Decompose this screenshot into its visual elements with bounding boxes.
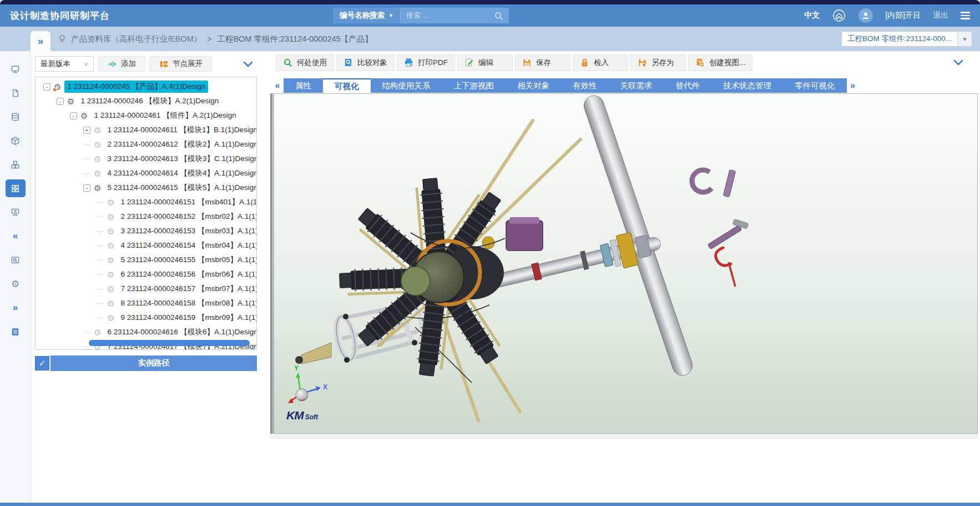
- toolbar-button-check-in[interactable]: 检入: [573, 54, 628, 71]
- tree-connector: [97, 274, 104, 275]
- sidebar-item-monitor[interactable]: [6, 60, 26, 78]
- tabs-scroll-right[interactable]: »: [847, 78, 859, 93]
- panel-expand-toggle[interactable]: »: [31, 31, 50, 51]
- tree-expander-minus-icon[interactable]: -: [43, 83, 50, 91]
- add-node-icon: [108, 59, 117, 69]
- tab-上下游视图[interactable]: 上下游视图: [442, 78, 506, 93]
- doc-list-icon: [11, 327, 20, 337]
- tree-row[interactable]: -⚙5 231124-000024615 【模块5】A.1(1)Design: [36, 181, 256, 195]
- tree-row[interactable]: ⚙2 231124-000024612 【模块2】A.1(1)Design: [36, 137, 256, 152]
- package-icon: [11, 136, 20, 146]
- 3d-viewport[interactable]: Y X KMSoft: [270, 93, 978, 434]
- toolbar-button-label: 编辑: [478, 58, 493, 68]
- sidebar-item-cube[interactable]: [6, 156, 26, 173]
- tab-替代件[interactable]: 替代件: [664, 78, 712, 93]
- version-select[interactable]: 最新版本 ∨: [35, 56, 94, 72]
- toolbar-button-compare[interactable]: 比较对象: [336, 54, 395, 71]
- breadcrumb-bar: » 产品资料库（高科电子行业/EBOM） > 工程BOM 零组件:231124-…: [0, 27, 980, 51]
- menu-icon[interactable]: [961, 12, 970, 19]
- document-icon: [11, 88, 20, 98]
- print-pdf-icon: [404, 58, 413, 67]
- main-content: 何处使用比较对象打印PDF编辑保存检入另存为创建视图... « 属性可视化结构使…: [261, 51, 980, 503]
- location-pin-icon: [58, 34, 67, 44]
- toolbar-more-chevron-icon[interactable]: [953, 59, 963, 66]
- search-category-label: 编号名称搜索: [340, 11, 385, 21]
- tree-connector: [83, 173, 90, 174]
- breadcrumb-root[interactable]: 产品资料库（高科电子行业/EBOM）: [71, 34, 201, 44]
- window-search-icon: [11, 255, 20, 265]
- save-as-icon: [638, 58, 647, 67]
- tree-row[interactable]: ⚙2 231124-0000246152 【msbr02】A.1(1)Desig…: [36, 209, 256, 224]
- sidebar-item-database[interactable]: [6, 108, 26, 126]
- tab-相关对象[interactable]: 相关对象: [506, 78, 561, 93]
- tree-row[interactable]: ⚙6 231124-0000246156 【msbr06】A.1(1)Desig…: [36, 267, 256, 282]
- tree-node-label: 1 231124-000024611 【模块1】B.1(1)Design: [104, 124, 257, 136]
- toolbar-button-create-view[interactable]: 创建视图...: [688, 54, 752, 71]
- tree-row[interactable]: ⚙8 231124-0000246158 【msbr08】A.1(1)Desig…: [36, 296, 256, 310]
- sidebar-item-module[interactable]: [6, 179, 26, 197]
- tree-horizontal-scrollbar[interactable]: [89, 340, 250, 346]
- top-bar: 设计制造协同研制平台 编号名称搜索 ▼ 搜索 ... 中文: [0, 4, 980, 27]
- tabs-scroll-left[interactable]: «: [271, 78, 284, 93]
- tree-node-label: 4 231124-0000246154 【msbr04】A.1(1)Design: [118, 239, 257, 252]
- search-input[interactable]: 搜索 ...: [400, 8, 509, 23]
- instance-path-button[interactable]: 实例路径: [50, 355, 257, 371]
- current-user[interactable]: [内部]开目: [885, 11, 921, 21]
- sidebar-item-presentation[interactable]: [6, 203, 26, 221]
- user-avatar[interactable]: [858, 8, 873, 23]
- tree-row[interactable]: ⚙6 231124-000024616 【模块6】A.1(1)Design: [36, 325, 256, 339]
- sidebar-item-expand[interactable]: »: [6, 299, 26, 317]
- toolbar-button-print-pdf[interactable]: 打印PDF: [397, 54, 455, 71]
- tree-expander-minus-icon[interactable]: -: [57, 98, 64, 105]
- tree-expander-minus-icon[interactable]: -: [70, 112, 77, 119]
- context-selector[interactable]: 工程BOM 零组件:231124-000... ▼: [841, 31, 972, 47]
- sidebar-item-collapse[interactable]: «: [6, 227, 26, 245]
- tree-node-label: 6 231124-0000246156 【msbr06】A.1(1)Design: [118, 268, 257, 280]
- part-gear-icon: ⚙: [54, 83, 61, 91]
- sidebar-item-package[interactable]: [6, 132, 26, 149]
- tree-row[interactable]: -⚙1 231124-0000246 【模块】A.2(1)Design: [36, 94, 256, 108]
- tree-row[interactable]: -⚙1 231124-00002461 【组件】A.2(1)Design: [36, 108, 256, 123]
- tab-属性[interactable]: 属性: [284, 78, 323, 93]
- expand-node-button[interactable]: 节点展开: [150, 56, 212, 72]
- sidebar-item-settings[interactable]: ⚙: [6, 275, 26, 293]
- tab-技术状态管理[interactable]: 技术状态管理: [711, 78, 783, 93]
- tree-row[interactable]: ⚙9 231124-0000246159 【msbr09】A.1(1)Desig…: [36, 310, 256, 325]
- tree-expander-plus-icon[interactable]: +: [83, 127, 90, 134]
- toolbar-button-save-as[interactable]: 另存为: [630, 54, 686, 71]
- instance-path-checkbox[interactable]: ✓: [35, 356, 49, 370]
- panel-more-chevron-icon[interactable]: [243, 61, 253, 67]
- tab-可视化[interactable]: 可视化: [323, 78, 371, 93]
- sidebar-item-document[interactable]: [6, 84, 26, 102]
- tree-row[interactable]: ⚙7 231124-0000246157 【msbr07】A.1(1)Desig…: [36, 282, 256, 296]
- toolbar-button-save[interactable]: 保存: [515, 54, 570, 71]
- logout-button[interactable]: 退出: [933, 11, 948, 21]
- tree-row[interactable]: ⚙5 231124-0000246155 【msbr05】A.1(1)Desig…: [36, 253, 256, 267]
- search-category-dropdown[interactable]: 编号名称搜索 ▼: [333, 8, 400, 23]
- viewer-horizontal-scrollbar[interactable]: [270, 434, 978, 438]
- tab-结构使用关系[interactable]: 结构使用关系: [371, 78, 442, 93]
- tree-row[interactable]: +⚙1 231124-000024611 【模块1】B.1(1)Design: [36, 123, 256, 137]
- toolbar-button-edit[interactable]: 编辑: [457, 54, 513, 71]
- user-icon: [861, 11, 870, 20]
- chevron-down-icon: ∨: [84, 61, 88, 68]
- tree-row[interactable]: ⚙3 231124-000024613 【模块3】C.1(1)Design: [36, 152, 256, 166]
- sidebar-item-window-search[interactable]: [6, 251, 26, 269]
- tree-row[interactable]: ⚙4 231124-0000246154 【msbr04】A.1(1)Desig…: [36, 238, 256, 253]
- check-in-icon: [580, 58, 589, 67]
- tree-expander-minus-icon[interactable]: -: [83, 184, 90, 192]
- home-button[interactable]: [832, 8, 846, 23]
- language-switcher[interactable]: 中文: [804, 11, 820, 21]
- tab-有效性[interactable]: 有效性: [561, 78, 609, 93]
- sidebar-item-doc-list[interactable]: [6, 323, 26, 340]
- window-bottom-strip: [0, 503, 980, 506]
- tab-零件可视化[interactable]: 零件可视化: [783, 78, 847, 93]
- tree-row[interactable]: ⚙4 231124-000024614 【模块4】A.1(1)Design: [36, 166, 256, 181]
- toolbar-button-where-used[interactable]: 何处使用: [276, 54, 334, 71]
- expand-node-label: 节点展开: [173, 59, 203, 69]
- tab-关联需求[interactable]: 关联需求: [609, 78, 664, 93]
- tree-row[interactable]: ⚙3 231124-0000246153 【msbr03】A.1(1)Desig…: [36, 224, 256, 238]
- tree-row[interactable]: ⚙1 231124-0000246151 【msb401】A.1(1)Desig…: [36, 195, 256, 209]
- add-node-button[interactable]: 添加: [98, 56, 145, 72]
- tree-row[interactable]: -⚙1 231124-0000245 【产品】A.4(1)Design: [36, 79, 256, 94]
